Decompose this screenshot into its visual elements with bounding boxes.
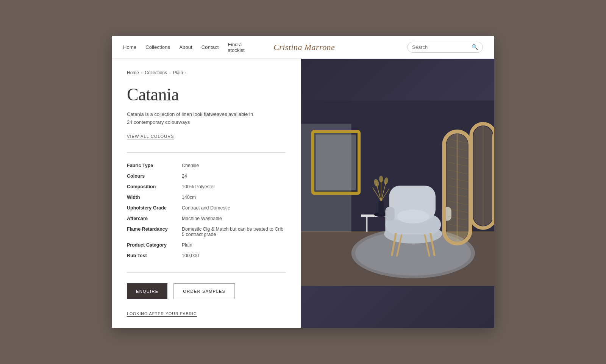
spec-label: Aftercare	[127, 213, 182, 224]
breadcrumb-plain[interactable]: Plain	[173, 70, 183, 75]
breadcrumb-home[interactable]: Home	[127, 70, 139, 75]
right-panel	[301, 59, 494, 328]
spec-value: Domestic Cig & Match but can be treated …	[182, 224, 286, 240]
search-icon: 🔍	[472, 44, 478, 50]
product-image	[301, 59, 494, 328]
spec-label: Rub Test	[127, 250, 182, 261]
button-row: ENQUIRE ORDER SAMPLES	[127, 283, 286, 299]
svg-rect-48	[494, 128, 494, 228]
product-description: Catania is a collection of linen look fl…	[127, 111, 256, 127]
spec-label: Width	[127, 192, 182, 203]
nav-collections[interactable]: Collections	[145, 44, 170, 50]
table-row: Colours 24	[127, 171, 286, 181]
table-row: Upholstery Grade Contract and Domestic	[127, 203, 286, 213]
table-row: Rub Test 100,000	[127, 250, 286, 261]
table-row: Composition 100% Polyester	[127, 181, 286, 192]
nav-links: Home Collections About Contact Find a st…	[123, 42, 245, 53]
nav-about[interactable]: About	[179, 44, 192, 50]
breadcrumb: Home › Collections › Plain ›	[127, 70, 286, 75]
chevron-icon: ›	[185, 71, 186, 75]
spec-value: Machine Washable	[182, 213, 286, 224]
table-row: Product Category Plain	[127, 240, 286, 250]
table-row: Flame Retardancy Domestic Cig & Match bu…	[127, 224, 286, 240]
specs-table: Fabric Type Chenille Colours 24 Composit…	[127, 160, 286, 261]
divider	[127, 152, 286, 153]
divider-bottom	[127, 272, 286, 273]
spec-label: Upholstery Grade	[127, 203, 182, 213]
spec-value: Chenille	[182, 160, 286, 171]
product-title: Catania	[127, 84, 286, 105]
spec-label: Colours	[127, 171, 182, 181]
main-content: Home › Collections › Plain › Catania Cat…	[112, 59, 494, 328]
spec-value: 24	[182, 171, 286, 181]
chevron-icon: ›	[141, 71, 142, 75]
nav-contact[interactable]: Contact	[201, 44, 219, 50]
search-box: 🔍	[407, 42, 483, 53]
search-input[interactable]	[412, 44, 470, 50]
left-panel: Home › Collections › Plain › Catania Cat…	[112, 59, 301, 328]
table-row: Fabric Type Chenille	[127, 160, 286, 171]
view-colours-link[interactable]: VIEW ALL COLOURS	[127, 134, 174, 139]
enquire-button[interactable]: ENQUIRE	[127, 283, 167, 299]
spec-value: Plain	[182, 240, 286, 250]
breadcrumb-collections[interactable]: Collections	[145, 70, 167, 75]
chevron-icon: ›	[169, 71, 170, 75]
spec-label: Flame Retardancy	[127, 224, 182, 240]
fabric-care-link[interactable]: LOOKING AFTER YOUR FABRIC	[127, 311, 197, 316]
brand-logo: Cristina Marrone	[245, 42, 364, 52]
svg-point-27	[397, 209, 430, 223]
table-row: Width 140cm	[127, 192, 286, 203]
nav-home[interactable]: Home	[123, 44, 136, 50]
spec-label: Product Category	[127, 240, 182, 250]
search-wrapper: 🔍	[364, 42, 483, 53]
table-row: Aftercare Machine Washable	[127, 213, 286, 224]
nav-stockist[interactable]: Find a stockist	[228, 42, 245, 53]
svg-rect-25	[385, 207, 394, 221]
spec-value: Contract and Domestic	[182, 203, 286, 213]
spec-value: 100% Polyester	[182, 181, 286, 192]
svg-point-18	[379, 176, 383, 183]
spec-label: Fabric Type	[127, 160, 182, 171]
main-nav: Home Collections About Contact Find a st…	[112, 36, 494, 59]
spec-value: 140cm	[182, 192, 286, 203]
spec-label: Composition	[127, 181, 182, 192]
svg-rect-6	[316, 134, 356, 190]
svg-rect-8	[366, 217, 367, 232]
spec-value: 100,000	[182, 250, 286, 261]
order-samples-button[interactable]: ORDER SAMPLES	[173, 283, 235, 299]
svg-rect-11	[378, 201, 384, 215]
